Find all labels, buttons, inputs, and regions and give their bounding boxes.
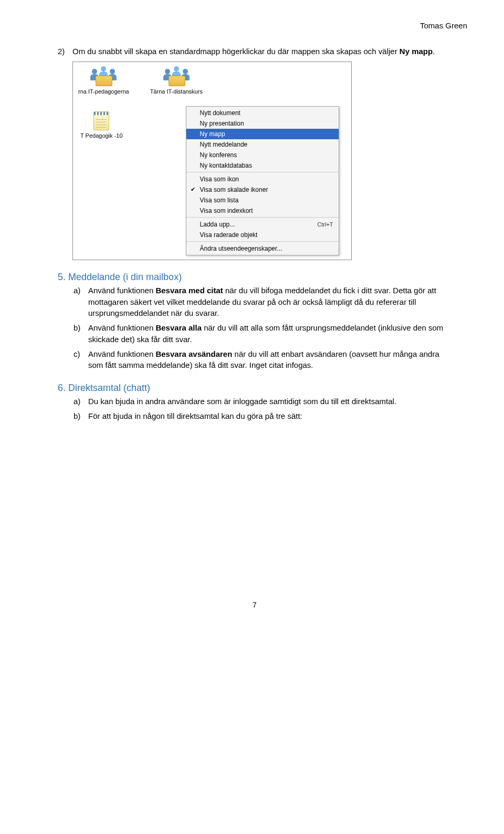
desktop-item-3-label: T Pedagogik -10 [80, 132, 123, 139]
desktop-item-1-label: rna IT-pedagogerna [78, 88, 129, 95]
folder-icon [169, 76, 185, 86]
screenshot-icons-row: rna IT-pedagogerna Tärna IT-distanskurs [73, 62, 351, 96]
menu-item-label: Ändra utseendeegenskaper... [200, 245, 333, 252]
text: Använd funktionen [88, 286, 155, 295]
text: Använd funktionen [88, 323, 155, 332]
menu-group-3: Ladda upp... Ctrl+T Visa raderade objekt [186, 218, 339, 241]
section-5-b-content: Använd funktionen Besvara alla när du vi… [88, 322, 452, 345]
section-6-a: a) Du kan bjuda in andra användare som ä… [74, 396, 452, 407]
list-marker-a: a) [74, 285, 88, 319]
text-bold: Besvara med citat [155, 286, 223, 295]
menu-item-shortcut: Ctrl+T [317, 221, 333, 228]
section-5-heading: 5. Meddelande (i din mailbox) [58, 272, 452, 283]
menu-group-4: Ändra utseendeegenskaper... [186, 242, 339, 255]
menu-item-label: Nytt dokument [200, 109, 333, 117]
section-5-c: c) Använd funktionen Besvara avsändaren … [74, 348, 452, 372]
menu-item-label: Ny mapp [200, 130, 333, 138]
menu-item-ny-presentation[interactable]: Ny presentation [186, 118, 339, 129]
text-bold: Besvara avsändaren [155, 349, 232, 358]
menu-item-label: Ny presentation [200, 120, 333, 127]
list-marker-a: a) [74, 396, 88, 407]
section-5-b: b) Använd funktionen Besvara alla när du… [74, 322, 452, 345]
step-2-text-after: . [433, 47, 435, 56]
section-5-a: a) Använd funktionen Besvara med citat n… [74, 285, 452, 319]
group-icon [90, 66, 117, 86]
text-bold: Besvara alla [155, 323, 202, 332]
step-2-content: Om du snabbt vill skapa en standardmapp … [72, 46, 452, 57]
menu-item-visa-som-indexkort[interactable]: Visa som indexkort [186, 205, 339, 216]
step-2: 2) Om du snabbt vill skapa en standardma… [58, 46, 452, 57]
menu-group-2: Visa som ikon Visa som skalade ikoner Vi… [186, 173, 339, 217]
menu-item-label: Visa som skalade ikoner [200, 186, 333, 193]
section-6-a-content: Du kan bjuda in andra användare som är i… [88, 396, 452, 407]
step-2-bold: Ny mapp [400, 47, 433, 56]
list-marker-b: b) [74, 410, 88, 422]
text: Använd funktionen [88, 349, 155, 358]
desktop-item-1[interactable]: rna IT-pedagogerna [78, 66, 129, 95]
menu-item-ny-mapp[interactable]: Ny mapp [186, 129, 339, 139]
menu-item-label: Nytt meddelande [200, 141, 333, 148]
step-2-marker: 2) [58, 46, 72, 57]
desktop-item-2[interactable]: Tärna IT-distanskurs [150, 66, 203, 95]
section-6-heading: 6. Direktsamtal (chatt) [58, 383, 452, 394]
menu-item-ladda-upp[interactable]: Ladda upp... Ctrl+T [186, 219, 339, 230]
step-2-text-before: Om du snabbt vill skapa en standardmapp … [72, 47, 400, 56]
header-author: Tomas Green [58, 21, 467, 30]
page-number: 7 [58, 601, 452, 609]
menu-item-visa-som-ikon[interactable]: Visa som ikon [186, 174, 339, 184]
menu-item-label: Ny konferens [200, 151, 333, 159]
notepad-icon [93, 111, 109, 130]
context-menu: Nytt dokument Ny presentation Ny mapp Ny… [186, 106, 339, 255]
menu-item-nytt-dokument[interactable]: Nytt dokument [186, 108, 339, 118]
menu-item-visa-som-lista[interactable]: Visa som lista [186, 195, 339, 205]
menu-item-visa-som-skalade-ikoner[interactable]: Visa som skalade ikoner [186, 184, 339, 195]
menu-item-ny-kontaktdatabas[interactable]: Ny kontaktdatabas [186, 160, 339, 171]
menu-item-nytt-meddelande[interactable]: Nytt meddelande [186, 139, 339, 150]
section-6-b: b) För att bjuda in någon till direktsam… [74, 410, 452, 422]
section-5-a-content: Använd funktionen Besvara med citat när … [88, 285, 452, 319]
menu-item-visa-raderade-objekt[interactable]: Visa raderade objekt [186, 230, 339, 240]
section-5-c-content: Använd funktionen Besvara avsändaren när… [88, 348, 452, 372]
menu-group-1: Nytt dokument Ny presentation Ny mapp Ny… [186, 107, 339, 172]
menu-item-label: Ladda upp... [200, 221, 318, 228]
menu-item-label: Ny kontaktdatabas [200, 162, 333, 169]
group-icon [163, 66, 190, 86]
menu-item-ny-konferens[interactable]: Ny konferens [186, 150, 339, 160]
list-marker-c: c) [74, 348, 88, 372]
menu-item-label: Visa som lista [200, 197, 333, 204]
screenshot-panel: rna IT-pedagogerna Tärna IT-distanskurs … [72, 61, 352, 260]
menu-item-label: Visa raderade objekt [200, 231, 333, 239]
section-6-b-content: För att bjuda in någon till direktsamtal… [88, 410, 452, 422]
menu-item-andra-utseende[interactable]: Ändra utseendeegenskaper... [186, 243, 339, 254]
menu-item-label: Visa som ikon [200, 176, 333, 183]
folder-icon [96, 76, 112, 86]
list-marker-b: b) [74, 322, 88, 345]
menu-item-label: Visa som indexkort [200, 207, 333, 214]
desktop-item-2-label: Tärna IT-distanskurs [150, 88, 203, 95]
desktop-item-3[interactable]: T Pedagogik -10 [80, 111, 123, 139]
